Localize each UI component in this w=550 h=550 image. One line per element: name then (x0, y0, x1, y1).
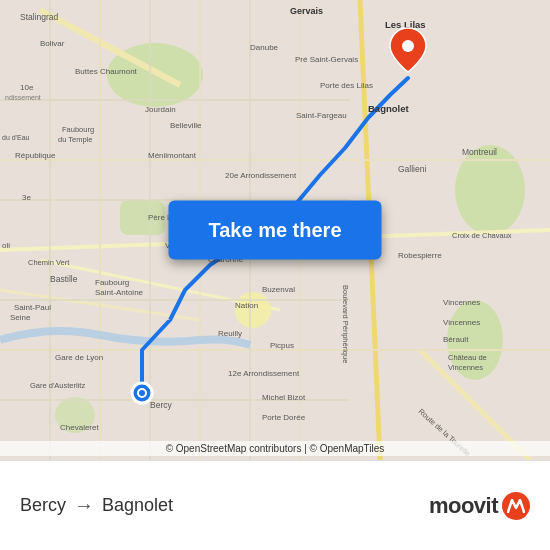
svg-text:du Temple: du Temple (58, 135, 92, 144)
svg-text:Gare d'Austerlitz: Gare d'Austerlitz (30, 381, 85, 390)
svg-text:Porte des Lilas: Porte des Lilas (320, 81, 373, 90)
svg-text:Robespierre: Robespierre (398, 251, 442, 260)
svg-text:Bercy: Bercy (150, 400, 172, 410)
svg-text:Chevaleret: Chevaleret (60, 423, 99, 432)
moovit-text: moovit (429, 493, 498, 519)
svg-text:Ménilmontant: Ménilmontant (148, 151, 197, 160)
map-container: Stalingrad Gervais Les Lilas Bolivar Dan… (0, 0, 550, 460)
svg-text:Vincennes: Vincennes (443, 298, 480, 307)
moovit-logo: moovit (429, 492, 530, 520)
svg-text:Bolivar: Bolivar (40, 39, 65, 48)
svg-text:Buzenval: Buzenval (262, 285, 295, 294)
cta-button-container: Take me there (168, 201, 381, 260)
svg-text:Vincennes: Vincennes (443, 318, 480, 327)
svg-text:Saint-Fargeau: Saint-Fargeau (296, 111, 347, 120)
svg-text:Gervais: Gervais (290, 6, 323, 16)
svg-text:3e: 3e (22, 193, 31, 202)
app: Stalingrad Gervais Les Lilas Bolivar Dan… (0, 0, 550, 550)
svg-text:Faubourg: Faubourg (62, 125, 94, 134)
svg-text:Gallieni: Gallieni (398, 164, 426, 174)
map-attribution: © OpenStreetMap contributors | © OpenMap… (0, 441, 550, 456)
take-me-there-button[interactable]: Take me there (168, 201, 381, 260)
svg-point-2 (455, 145, 525, 235)
svg-text:Montreuil: Montreuil (462, 147, 497, 157)
svg-text:Saint-Antoine: Saint-Antoine (95, 288, 144, 297)
svg-text:Château de: Château de (448, 353, 487, 362)
svg-text:20e Arrondissement: 20e Arrondissement (225, 171, 297, 180)
svg-text:Jourdain: Jourdain (145, 105, 176, 114)
moovit-icon (502, 492, 530, 520)
svg-text:Bastille: Bastille (50, 274, 78, 284)
svg-text:Pré Saint-Gervais: Pré Saint-Gervais (295, 55, 358, 64)
svg-text:Croix de Chavaux: Croix de Chavaux (452, 231, 512, 240)
svg-text:Boulevard Périphérique: Boulevard Périphérique (341, 285, 350, 363)
svg-text:12e Arrondissement: 12e Arrondissement (228, 369, 300, 378)
svg-text:Reuilly: Reuilly (218, 329, 242, 338)
svg-text:Seine: Seine (10, 313, 31, 322)
svg-text:Michel Bizot: Michel Bizot (262, 393, 306, 402)
svg-text:Picpus: Picpus (270, 341, 294, 350)
svg-text:Bagnolet: Bagnolet (368, 103, 409, 114)
svg-text:Porte Dorée: Porte Dorée (262, 413, 306, 422)
svg-text:Bérault: Bérault (443, 335, 469, 344)
svg-text:Gare de Lyon: Gare de Lyon (55, 353, 103, 362)
svg-text:Nation: Nation (235, 301, 258, 310)
svg-point-78 (402, 40, 414, 52)
svg-text:République: République (15, 151, 56, 160)
origin-marker-dot (139, 390, 145, 396)
svg-text:Buttes Chaumont: Buttes Chaumont (75, 67, 138, 76)
route-from-label: Bercy (20, 495, 66, 516)
svg-text:ndissement: ndissement (5, 94, 41, 101)
svg-text:Chemin Vert: Chemin Vert (28, 258, 70, 267)
svg-point-12 (235, 292, 271, 328)
svg-text:Vincennes: Vincennes (448, 363, 483, 372)
svg-text:oli: oli (2, 241, 10, 250)
svg-text:10e: 10e (20, 83, 34, 92)
bottom-bar: Bercy → Bagnolet moovit (0, 460, 550, 550)
route-to-label: Bagnolet (102, 495, 173, 516)
svg-text:Belleville: Belleville (170, 121, 202, 130)
route-arrow-icon: → (74, 494, 94, 517)
svg-text:Saint-Paul: Saint-Paul (14, 303, 51, 312)
route-info: Bercy → Bagnolet (20, 494, 173, 517)
svg-text:Stalingrad: Stalingrad (20, 12, 59, 22)
svg-text:Danube: Danube (250, 43, 279, 52)
svg-text:Faubourg: Faubourg (95, 278, 129, 287)
svg-text:du d'Eau: du d'Eau (2, 134, 30, 141)
